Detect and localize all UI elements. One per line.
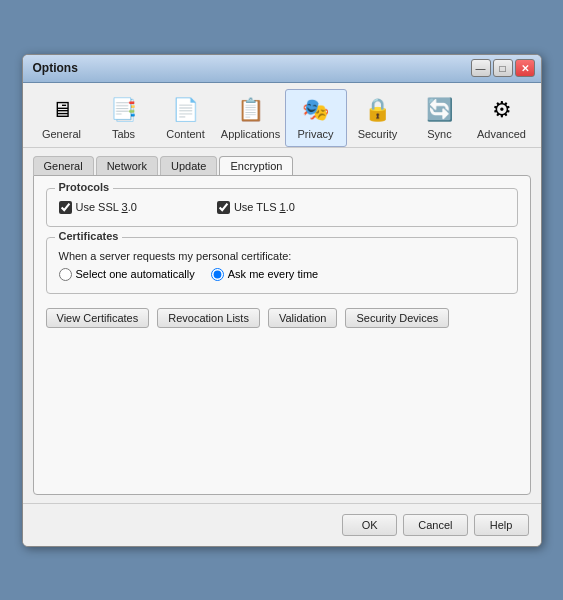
toolbar-applications-label: Applications (221, 128, 280, 140)
content-icon (170, 94, 202, 126)
cancel-button[interactable]: Cancel (403, 514, 467, 536)
action-buttons: View Certificates Revocation Lists Valid… (46, 308, 518, 328)
toolbar-general[interactable]: General (31, 89, 93, 147)
toolbar-privacy-label: Privacy (297, 128, 333, 140)
general-icon (46, 94, 78, 126)
ssl-label: Use SSL 3.0 (76, 201, 137, 213)
privacy-icon (300, 94, 332, 126)
toolbar-privacy[interactable]: Privacy (285, 89, 347, 147)
advanced-icon (486, 94, 518, 126)
toolbar-advanced[interactable]: Advanced (471, 89, 533, 147)
radio-row: Select one automatically Ask me every ti… (59, 268, 505, 281)
tab-encryption[interactable]: Encryption (219, 156, 293, 175)
protocols-group: Protocols Use SSL 3.0 Use TLS 1.0 (46, 188, 518, 227)
ssl-checkbox[interactable] (59, 201, 72, 214)
close-button[interactable]: ✕ (515, 59, 535, 77)
tab-general[interactable]: General (33, 156, 94, 175)
options-window: Options — □ ✕ General Tabs Content (22, 54, 542, 547)
radio-ask-item[interactable]: Ask me every time (211, 268, 318, 281)
tab-network[interactable]: Network (96, 156, 158, 175)
window-title: Options (33, 61, 78, 75)
ssl-checkbox-item[interactable]: Use SSL 3.0 (59, 201, 137, 214)
tabs-icon (108, 94, 140, 126)
ok-button[interactable]: OK (342, 514, 397, 536)
toolbar-security[interactable]: Security (347, 89, 409, 147)
toolbar-tabs-label: Tabs (112, 128, 135, 140)
security-devices-button[interactable]: Security Devices (345, 308, 449, 328)
security-icon (362, 94, 394, 126)
encryption-panel: Protocols Use SSL 3.0 Use TLS 1.0 Certif… (33, 175, 531, 495)
cert-description: When a server requests my personal certi… (59, 250, 505, 262)
certificates-label: Certificates (55, 230, 123, 242)
toolbar-general-label: General (42, 128, 81, 140)
toolbar-advanced-label: Advanced (477, 128, 526, 140)
toolbar-content[interactable]: Content (155, 89, 217, 147)
radio-ask-label: Ask me every time (228, 268, 318, 280)
help-button[interactable]: Help (474, 514, 529, 536)
toolbar-tabs[interactable]: Tabs (93, 89, 155, 147)
radio-auto-label: Select one automatically (76, 268, 195, 280)
toolbar-sync[interactable]: Sync (409, 89, 471, 147)
tls-checkbox-item[interactable]: Use TLS 1.0 (217, 201, 295, 214)
protocols-label: Protocols (55, 181, 114, 193)
view-certificates-button[interactable]: View Certificates (46, 308, 150, 328)
toolbar-content-label: Content (166, 128, 205, 140)
content-area: General Network Update Encryption Protoc… (23, 148, 541, 503)
toolbar: General Tabs Content Applications Privac… (23, 83, 541, 148)
revocation-lists-button[interactable]: Revocation Lists (157, 308, 260, 328)
validation-button[interactable]: Validation (268, 308, 338, 328)
certificates-group: Certificates When a server requests my p… (46, 237, 518, 294)
title-bar: Options — □ ✕ (23, 55, 541, 83)
radio-ask[interactable] (211, 268, 224, 281)
toolbar-applications[interactable]: Applications (217, 89, 285, 147)
maximize-button[interactable]: □ (493, 59, 513, 77)
applications-icon (235, 94, 267, 126)
sync-icon (424, 94, 456, 126)
radio-auto[interactable] (59, 268, 72, 281)
protocols-row: Use SSL 3.0 Use TLS 1.0 (59, 201, 505, 214)
tls-checkbox[interactable] (217, 201, 230, 214)
toolbar-sync-label: Sync (427, 128, 451, 140)
tls-label: Use TLS 1.0 (234, 201, 295, 213)
tab-update[interactable]: Update (160, 156, 217, 175)
footer: OK Cancel Help (23, 503, 541, 546)
window-controls: — □ ✕ (471, 59, 535, 77)
toolbar-security-label: Security (358, 128, 398, 140)
tabs-row: General Network Update Encryption (33, 156, 531, 175)
minimize-button[interactable]: — (471, 59, 491, 77)
radio-auto-item[interactable]: Select one automatically (59, 268, 195, 281)
